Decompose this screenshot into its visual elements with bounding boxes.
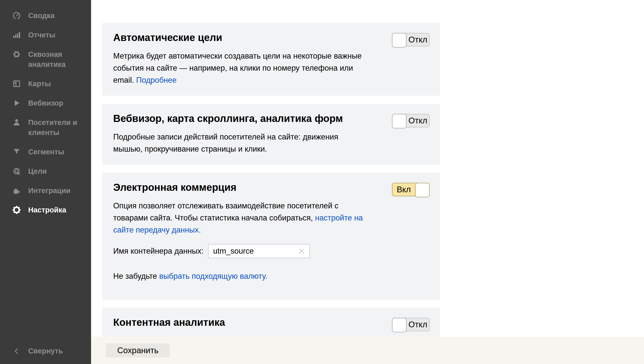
- chevron-left-icon: [12, 346, 21, 355]
- card-title: Вебвизор, карта скроллинга, аналитика фо…: [113, 112, 429, 124]
- sidebar-item-label: Посетители и клиенты: [28, 117, 80, 138]
- card-title: Электронная коммерция: [113, 181, 429, 193]
- description-text: Подробные записи действий посетителей на…: [113, 132, 338, 153]
- container-name-input-wrap: [208, 244, 310, 258]
- settings-content: Автоматические цели Откл Метрика будет а…: [91, 0, 644, 337]
- card-content-analytics: Контентная аналитика Откл Отчеты по текс…: [102, 308, 440, 337]
- snowflake-icon: [12, 50, 21, 59]
- sidebar-item-label: Интеграции: [28, 186, 70, 196]
- sidebar-item-visitors[interactable]: Посетители и клиенты: [0, 117, 91, 138]
- details-link[interactable]: Подробнее: [136, 76, 177, 84]
- sidebar-item-label: Вебвизор: [28, 98, 63, 108]
- note-text: Не забудьте: [113, 272, 159, 281]
- sidebar-item-label: Сводка: [28, 11, 55, 21]
- content-analytics-toggle[interactable]: Откл: [392, 318, 430, 331]
- footer-bar: Сохранить: [91, 337, 644, 364]
- sidebar-item-label: Сегменты: [28, 147, 64, 157]
- webvisor-toggle[interactable]: Откл: [392, 114, 430, 127]
- card-description: Подробные записи действий посетителей на…: [113, 131, 369, 155]
- sidebar-item-webvisor[interactable]: Вебвизор: [0, 98, 91, 108]
- card-description: Опция позволяет отслеживать взаимодейств…: [113, 200, 369, 236]
- goal-click-icon: [12, 167, 21, 176]
- save-button[interactable]: Сохранить: [106, 343, 170, 357]
- toggle-knob: [392, 318, 407, 332]
- sidebar-item-label: Сквозная аналитика: [28, 49, 80, 69]
- container-name-label: Имя контейнера данных:: [113, 247, 204, 256]
- sidebar-item-label: Цели: [28, 166, 47, 176]
- choose-currency-link[interactable]: выбрать подходящую валюту.: [159, 272, 267, 281]
- gear-icon: [12, 205, 21, 214]
- container-name-row: Имя контейнера данных:: [113, 244, 429, 258]
- sidebar-item-goals[interactable]: Цели: [0, 166, 91, 176]
- gauge-icon: [12, 11, 21, 20]
- auto-goals-toggle[interactable]: Откл: [392, 33, 430, 47]
- card-title: Автоматические цели: [113, 31, 429, 43]
- yandex-metrica-settings-page: Сводка Отчеты: [0, 0, 644, 364]
- currency-note: Не забудьте выбрать подходящую валюту.: [113, 270, 429, 282]
- card-description: Метрика будет автоматически создавать це…: [113, 50, 369, 86]
- person-icon: [12, 118, 21, 127]
- toggle-knob: [392, 114, 407, 128]
- toggle-state-label: Откл: [407, 33, 429, 46]
- sidebar: Сводка Отчеты: [0, 0, 91, 364]
- sidebar-item-maps[interactable]: Карты: [0, 79, 91, 89]
- description-text: Опция позволяет отслеживать взаимодейств…: [113, 201, 338, 222]
- bar-chart-icon: [12, 30, 21, 39]
- card-title: Контентная аналитика: [113, 316, 429, 328]
- sidebar-item-reports[interactable]: Отчеты: [0, 30, 91, 40]
- toggle-state-label: Откл: [407, 318, 429, 331]
- sidebar-item-cross-analytics[interactable]: Сквозная аналитика: [0, 49, 91, 69]
- card-auto-goals: Автоматические цели Откл Метрика будет а…: [102, 23, 440, 96]
- sidebar-item-integrations[interactable]: Интеграции: [0, 186, 91, 196]
- sidebar-item-label: Карты: [28, 79, 51, 89]
- ecommerce-toggle[interactable]: Вкл: [392, 183, 430, 196]
- play-icon: [12, 99, 21, 108]
- close-icon: [297, 247, 306, 255]
- sidebar-collapse-button[interactable]: Свернуть: [0, 346, 63, 356]
- sidebar-item-label: Настройка: [28, 205, 66, 215]
- sidebar-item-settings[interactable]: Настройка: [0, 205, 91, 215]
- layout-icon: [12, 79, 21, 88]
- sidebar-nav: Сводка Отчеты: [0, 0, 91, 215]
- container-name-input[interactable]: [208, 244, 310, 258]
- sidebar-item-segments[interactable]: Сегменты: [0, 147, 91, 157]
- card-description: Отчеты по текстовым материалам сайта. По…: [113, 335, 369, 337]
- collapse-label: Свернуть: [28, 346, 63, 356]
- funnel-icon: [12, 147, 21, 156]
- clear-input-button[interactable]: [297, 246, 307, 256]
- card-webvisor: Вебвизор, карта скроллинга, аналитика фо…: [102, 104, 440, 165]
- toggle-state-label: Вкл: [392, 183, 415, 196]
- toggle-knob: [415, 183, 430, 197]
- card-ecommerce: Электронная коммерция Вкл Опция позволяе…: [102, 173, 440, 300]
- toggle-knob: [392, 33, 407, 48]
- toggle-state-label: Откл: [407, 114, 429, 127]
- puzzle-icon: [12, 186, 21, 195]
- sidebar-item-summary[interactable]: Сводка: [0, 11, 91, 21]
- sidebar-item-label: Отчеты: [28, 30, 55, 40]
